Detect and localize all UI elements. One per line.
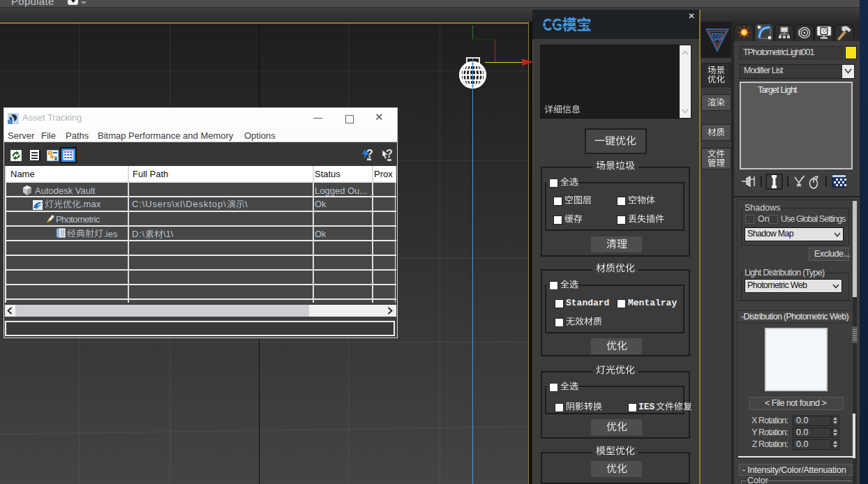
svg-text:CG: CG bbox=[714, 35, 722, 40]
